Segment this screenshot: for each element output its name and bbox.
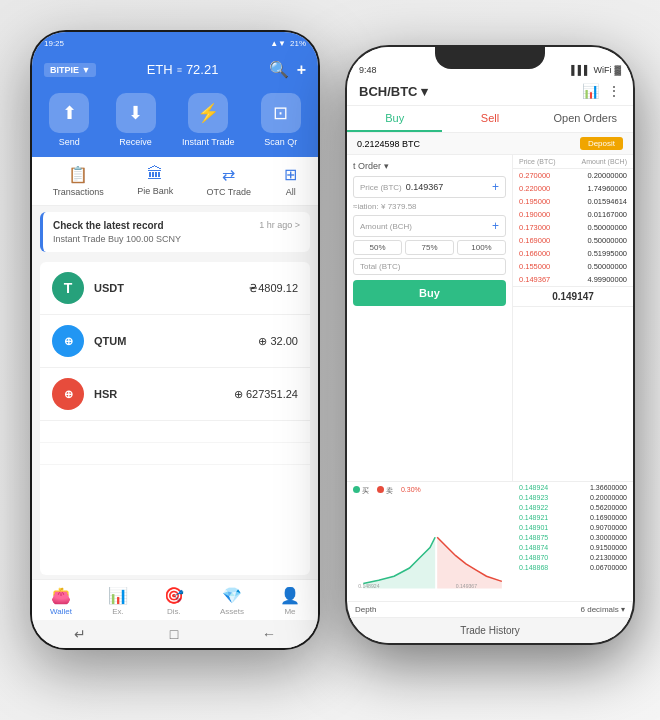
buy-submit-button[interactable]: Buy	[353, 280, 506, 306]
tab-me[interactable]: 👤 Me	[280, 586, 300, 616]
qtum-logo: ⊕	[52, 325, 84, 357]
depth-chart: 0.148924 0.149367	[353, 498, 507, 597]
price-value: 0.149367	[406, 182, 488, 192]
ios-notch-area: 9:48 ▌▌▌ WiFi ▓	[347, 47, 633, 79]
chart-buy-amt-8: 0.21300000	[590, 554, 627, 561]
deposit-button[interactable]: Deposit	[580, 137, 623, 150]
android-status-left: 19:25	[44, 39, 64, 48]
pct-50-button[interactable]: 50%	[353, 240, 402, 255]
ob-mid-price: 0.149147	[513, 286, 633, 307]
legend-buy: 买	[353, 486, 369, 496]
wallet-label: Wallet	[50, 607, 72, 616]
all-button[interactable]: ⊞ All	[284, 165, 297, 197]
chart-buy-price-6: 0.148875	[519, 534, 548, 541]
ob-sell-price-2: 0.220000	[519, 184, 550, 193]
total-label: Total (BTC)	[360, 262, 400, 271]
instant-trade-button[interactable]: ⚡ Instant Trade	[182, 93, 235, 147]
order-type-row: t Order ▾	[353, 159, 506, 173]
notification-card[interactable]: Check the latest record 1 hr ago > Insta…	[40, 212, 310, 252]
add-icon[interactable]: +	[297, 61, 306, 79]
dis-label: Dis.	[167, 607, 181, 616]
chart-buy-amt-1: 1.36600000	[590, 484, 627, 491]
tab-assets[interactable]: 💎 Assets	[220, 586, 244, 616]
hsr-balance: ⊕ 627351.24	[234, 388, 298, 401]
ob-sell-price-7: 0.166000	[519, 249, 550, 258]
ios-phone: 9:48 ▌▌▌ WiFi ▓ BCH/BTC ▾ 📊 ⋮ Buy	[345, 45, 635, 645]
scan-qr-icon: ⊡	[261, 93, 301, 133]
amount-plus-icon[interactable]: +	[492, 219, 499, 233]
token-qtum[interactable]: ⊕ QTUM ⊕ 32.00	[40, 315, 310, 368]
amount-input-row[interactable]: Amount (BCH) +	[353, 215, 506, 237]
android-phone: 19:25 ▲▼ 21% BITPIE ▼ ETH ≡ 72.21 🔍 +	[30, 30, 320, 650]
wallet-icon: 👛	[51, 586, 71, 605]
depth-bar: Depth 6 decimals ▾	[347, 601, 633, 617]
scan-qr-label: Scan Qr	[264, 137, 297, 147]
ios-status-icons: ▌▌▌ WiFi ▓	[571, 65, 621, 75]
chart-buy-price-2: 0.148923	[519, 494, 548, 501]
depth-label: Depth	[355, 605, 376, 614]
chart-ob-right: 0.148924 1.36600000 0.148923 0.20000000 …	[513, 482, 633, 601]
tab-dis[interactable]: 🎯 Dis.	[164, 586, 184, 616]
tab-buy[interactable]: Buy	[347, 106, 442, 132]
token-hsr[interactable]: ⊕ HSR ⊕ 627351.24	[40, 368, 310, 421]
ob-sell-price-8: 0.155000	[519, 262, 550, 271]
android-tabbar: 👛 Wallet 📊 Ex. 🎯 Dis. 💎 Assets 👤	[32, 579, 318, 620]
pct-75-button[interactable]: 75%	[405, 240, 454, 255]
instant-trade-label: Instant Trade	[182, 137, 235, 147]
transactions-button[interactable]: 📋 Transactions	[53, 165, 104, 197]
send-label: Send	[59, 137, 80, 147]
estimation-display: ≈iation: ¥ 7379.58	[353, 201, 506, 212]
ob-sell-amount-9: 4.99900000	[587, 275, 627, 284]
svg-text:0.149367: 0.149367	[456, 583, 478, 589]
trade-history-button[interactable]: Trade History	[347, 617, 633, 643]
android-screen: 19:25 ▲▼ 21% BITPIE ▼ ETH ≡ 72.21 🔍 +	[32, 32, 318, 648]
order-area: t Order ▾ Price (BTC) 0.149367 + ≈iation…	[347, 155, 633, 481]
pct-100-button[interactable]: 100%	[457, 240, 506, 255]
ios-nav-icons: 📊 ⋮	[582, 83, 621, 99]
tab-ex[interactable]: 📊 Ex.	[108, 586, 128, 616]
android-status-bar: 19:25 ▲▼ 21%	[32, 32, 318, 54]
more-options-icon[interactable]: ⋮	[607, 83, 621, 99]
scene: 19:25 ▲▼ 21% BITPIE ▼ ETH ≡ 72.21 🔍 +	[0, 0, 660, 720]
spacer1	[40, 421, 310, 443]
otc-trade-button[interactable]: ⇄ OTC Trade	[207, 165, 252, 197]
price-label: Price (BTC)	[360, 183, 402, 192]
tab-open-orders[interactable]: Open Orders	[538, 106, 633, 132]
chart-toggle-icon[interactable]: 📊	[582, 83, 599, 99]
token-usdt[interactable]: T USDT ₴4809.12	[40, 262, 310, 315]
chart-area: 买 卖 0.30%	[347, 481, 633, 601]
chart-ob-buy-4: 0.148921 0.16900000	[513, 512, 633, 522]
trading-pair[interactable]: BCH/BTC ▾	[359, 84, 428, 99]
scan-qr-button[interactable]: ⊡ Scan Qr	[261, 93, 301, 147]
bitpie-brand[interactable]: BITPIE ▼	[44, 63, 96, 77]
chart-ob-buy-2: 0.148923 0.20000000	[513, 492, 633, 502]
back-gesture[interactable]: ↵	[74, 626, 86, 642]
secondary-row: 📋 Transactions 🏛 Pie Bank ⇄ OTC Trade ⊞ …	[32, 157, 318, 206]
pie-bank-button[interactable]: 🏛 Pie Bank	[137, 165, 173, 197]
deposit-bar: 0.2124598 BTC Deposit	[347, 133, 633, 155]
price-plus-icon[interactable]: +	[492, 180, 499, 194]
tab-wallet[interactable]: 👛 Wallet	[50, 586, 72, 616]
send-button[interactable]: ⬆ Send	[49, 93, 89, 147]
send-icon: ⬆	[49, 93, 89, 133]
chart-buy-amt-9: 0.06700000	[590, 564, 627, 571]
receive-button[interactable]: ⬇ Receive	[116, 93, 156, 147]
home-gesture[interactable]: □	[170, 626, 178, 642]
chart-ob-buy-6: 0.148875 0.30000000	[513, 532, 633, 542]
ob-sell-price-5: 0.173000	[519, 223, 550, 232]
decimals-selector[interactable]: 6 decimals ▾	[581, 605, 625, 614]
chart-pct: 0.30%	[401, 486, 421, 496]
tab-sell[interactable]: Sell	[442, 106, 537, 132]
usdt-logo: T	[52, 272, 84, 304]
chart-ob-buy-3: 0.148922 0.56200000	[513, 502, 633, 512]
nav-right-icons: 🔍 +	[269, 60, 306, 79]
price-input-row[interactable]: Price (BTC) 0.149367 +	[353, 176, 506, 198]
ob-sell-7: 0.166000 0.51995000	[513, 247, 633, 260]
recent-gesture[interactable]: ←	[262, 626, 276, 642]
search-icon[interactable]: 🔍	[269, 60, 289, 79]
otc-trade-label: OTC Trade	[207, 187, 252, 197]
ob-sell-price-1: 0.270000	[519, 171, 550, 180]
order-type-selector[interactable]: t Order ▾	[353, 161, 389, 171]
ob-sell-amount-4: 0.01167000	[587, 210, 627, 219]
chart-ob-buy-7: 0.148874 0.91500000	[513, 542, 633, 552]
